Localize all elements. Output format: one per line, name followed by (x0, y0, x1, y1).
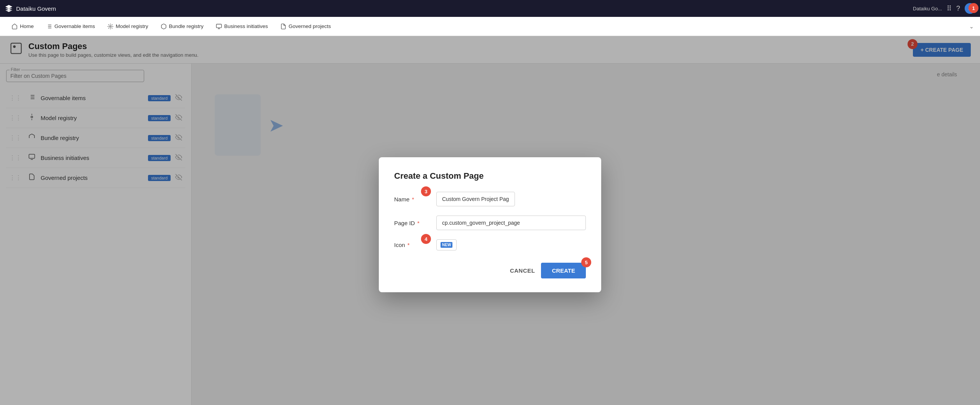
badge-5: 5 (581, 257, 591, 267)
icon-preview: NEW (441, 242, 452, 248)
icon-form-row: Icon * 4 NEW (394, 239, 586, 250)
brand-name: Dataiku Go... (913, 6, 942, 12)
nav-home[interactable]: Home (6, 17, 39, 36)
svg-point-6 (110, 26, 111, 27)
page-id-form-row: Page ID * (394, 216, 586, 230)
page-id-label: Page ID * (394, 220, 429, 226)
nav-business-initiatives[interactable]: Business initiatives (210, 17, 273, 36)
modal-title: Create a Custom Page (394, 171, 586, 181)
nav-model-registry[interactable]: Model registry (102, 17, 154, 36)
modal-overlay[interactable]: Create a Custom Page Name * 3 Page ID * (0, 36, 980, 405)
svg-rect-7 (216, 24, 221, 28)
page-id-input[interactable] (436, 216, 586, 230)
nav-bundle-registry[interactable]: Bundle registry (155, 17, 209, 36)
name-field-wrapper: 3 (436, 192, 586, 206)
required-star: * (410, 196, 414, 202)
nav-governed-projects[interactable]: Governed projects (275, 17, 336, 36)
nav-governable-items[interactable]: Governable items (41, 17, 100, 36)
name-input[interactable] (436, 192, 515, 206)
content-area: Custom Pages Use this page to build page… (0, 36, 980, 405)
name-label: Name * (394, 196, 429, 202)
topbar: Dataiku Govern Dataiku Go... ⠿ ? S 1 (0, 0, 980, 17)
create-custom-page-modal: Create a Custom Page Name * 3 Page ID * (379, 157, 601, 292)
topbar-right: Dataiku Go... ⠿ ? S 1 (913, 3, 975, 14)
modal-actions: CANCEL CREATE 5 (394, 263, 586, 278)
badge-1: 1 (968, 3, 978, 13)
badge-4: 4 (421, 234, 431, 244)
nav-more-chevron[interactable]: ⌄ (969, 23, 974, 30)
create-button[interactable]: CREATE (541, 263, 586, 278)
badge-3: 3 (421, 186, 431, 196)
cancel-button[interactable]: CANCEL (510, 267, 535, 274)
app-title: Dataiku Govern (16, 5, 56, 12)
create-btn-wrapper: CREATE 5 (541, 263, 586, 278)
name-form-row: Name * 3 (394, 192, 586, 206)
required-star: * (416, 220, 419, 226)
icon-picker[interactable]: NEW (436, 239, 457, 250)
app-logo[interactable]: Dataiku Govern (5, 4, 56, 13)
required-star: * (406, 242, 409, 248)
main-nav: Home Governable items Model registry Bun… (0, 17, 980, 36)
icon-picker-wrapper: 4 NEW (436, 239, 457, 250)
grid-icon[interactable]: ⠿ (947, 4, 952, 13)
help-icon[interactable]: ? (956, 5, 960, 13)
